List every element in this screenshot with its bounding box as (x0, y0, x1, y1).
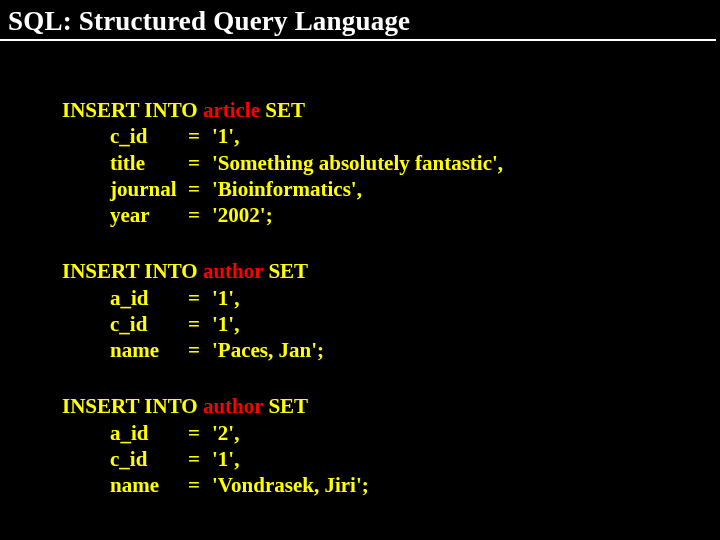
column-name: c_id (110, 446, 188, 472)
equals: = (188, 446, 212, 472)
equals: = (188, 337, 212, 363)
kw-set: SET (265, 98, 305, 122)
slide-title: SQL: Structured Query Language (0, 0, 716, 41)
table-name: author (203, 394, 263, 418)
value: '1', (212, 123, 239, 149)
equals: = (188, 123, 212, 149)
equals: = (188, 285, 212, 311)
equals: = (188, 420, 212, 446)
value: 'Vondrasek, Jiri'; (212, 472, 369, 498)
equals: = (188, 176, 212, 202)
table-name: article (203, 98, 260, 122)
insert-line: INSERT INTO article SET (62, 97, 720, 123)
value: '2', (212, 420, 239, 446)
assign-row: title = 'Something absolutely fantastic'… (62, 150, 720, 176)
assign-row: name = 'Vondrasek, Jiri'; (62, 472, 720, 498)
assign-row: a_id = '2', (62, 420, 720, 446)
kw-insert-into: INSERT INTO (62, 394, 198, 418)
value: '1', (212, 311, 239, 337)
sql-statement: INSERT INTO author SET a_id = '2', c_id … (62, 393, 720, 498)
kw-set: SET (268, 259, 308, 283)
value: 'Something absolutely fantastic', (212, 150, 503, 176)
value: 'Paces, Jan'; (212, 337, 324, 363)
value: '2002'; (212, 202, 273, 228)
equals: = (188, 472, 212, 498)
kw-insert-into: INSERT INTO (62, 98, 198, 122)
sql-statement: INSERT INTO article SET c_id = '1', titl… (62, 97, 720, 228)
sql-statement: INSERT INTO author SET a_id = '1', c_id … (62, 258, 720, 363)
column-name: name (110, 472, 188, 498)
assign-row: c_id = '1', (62, 123, 720, 149)
assign-row: a_id = '1', (62, 285, 720, 311)
assign-row: name = 'Paces, Jan'; (62, 337, 720, 363)
equals: = (188, 202, 212, 228)
kw-set: SET (268, 394, 308, 418)
column-name: year (110, 202, 188, 228)
insert-line: INSERT INTO author SET (62, 393, 720, 419)
assign-row: year = '2002'; (62, 202, 720, 228)
column-name: title (110, 150, 188, 176)
kw-insert-into: INSERT INTO (62, 259, 198, 283)
assign-row: c_id = '1', (62, 446, 720, 472)
column-name: journal (110, 176, 188, 202)
column-name: a_id (110, 285, 188, 311)
column-name: c_id (110, 311, 188, 337)
assign-row: c_id = '1', (62, 311, 720, 337)
value: '1', (212, 446, 239, 472)
assign-row: journal = 'Bioinformatics', (62, 176, 720, 202)
value: 'Bioinformatics', (212, 176, 362, 202)
table-name: author (203, 259, 263, 283)
value: '1', (212, 285, 239, 311)
equals: = (188, 311, 212, 337)
column-name: c_id (110, 123, 188, 149)
insert-line: INSERT INTO author SET (62, 258, 720, 284)
column-name: name (110, 337, 188, 363)
slide-body: INSERT INTO article SET c_id = '1', titl… (0, 41, 720, 498)
equals: = (188, 150, 212, 176)
column-name: a_id (110, 420, 188, 446)
